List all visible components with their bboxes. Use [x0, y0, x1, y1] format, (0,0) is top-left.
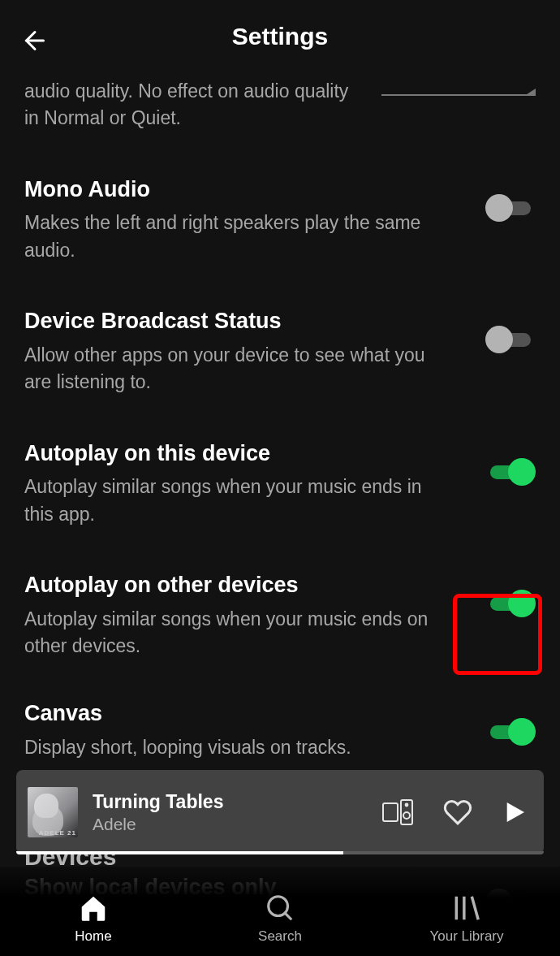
album-art: ADELE 21 — [28, 787, 78, 837]
back-button[interactable] — [16, 24, 49, 57]
setting-title: Autoplay on this device — [24, 440, 438, 468]
nav-library[interactable]: Your Library — [398, 893, 536, 945]
home-icon — [78, 893, 109, 924]
svg-point-4 — [403, 812, 410, 819]
svg-point-3 — [406, 804, 408, 807]
svg-line-10 — [472, 897, 478, 920]
setting-title: Canvas — [24, 700, 351, 728]
now-playing-bar[interactable]: ADELE 21 Turning Tables Adele — [16, 770, 544, 854]
page-title: Settings — [232, 23, 328, 50]
setting-row-autoplay-other: Autoplay on other devices Autoplay simil… — [24, 572, 536, 660]
setting-title: Device Broadcast Status — [24, 308, 438, 335]
now-playing-title: Turning Tables — [93, 791, 381, 813]
setting-row-canvas: Canvas Display short, looping visuals on… — [24, 700, 536, 761]
setting-desc: Makes the left and right speakers play t… — [24, 210, 438, 264]
heart-icon[interactable] — [442, 798, 474, 827]
nav-label: Home — [75, 928, 111, 945]
setting-row-autoplay-this: Autoplay on this device Autoplay similar… — [24, 440, 536, 528]
playback-progress[interactable] — [16, 851, 544, 854]
library-icon — [451, 893, 482, 924]
setting-desc: Autoplay similar songs when your music e… — [24, 606, 438, 660]
arrow-left-icon — [18, 26, 47, 55]
toggle-autoplay-this[interactable] — [485, 458, 536, 486]
bottom-nav: Home Search Your Library — [0, 867, 560, 956]
search-icon — [265, 893, 295, 924]
nav-label: Your Library — [429, 928, 503, 945]
setting-row-mono-audio: Mono Audio Makes the left and right spea… — [24, 176, 536, 264]
setting-desc: Autoplay similar songs when your music e… — [24, 474, 438, 528]
svg-rect-1 — [383, 803, 398, 821]
toggle-autoplay-other[interactable] — [485, 590, 536, 617]
setting-desc: Display short, looping visuals on tracks… — [24, 734, 351, 761]
toggle-broadcast[interactable] — [485, 326, 536, 353]
nav-search[interactable]: Search — [211, 893, 349, 945]
nav-label: Search — [258, 928, 302, 945]
toggle-mono-audio[interactable] — [485, 194, 536, 222]
now-playing-artist: Adele — [93, 815, 381, 834]
svg-point-6 — [269, 897, 288, 916]
setting-row-broadcast: Device Broadcast Status Allow other apps… — [24, 308, 536, 396]
play-icon[interactable] — [502, 798, 528, 827]
setting-title: Mono Audio — [24, 176, 438, 204]
nav-home[interactable]: Home — [24, 893, 162, 945]
devices-icon[interactable] — [381, 798, 414, 826]
setting-title: Autoplay on other devices — [24, 572, 438, 599]
svg-marker-5 — [507, 802, 524, 822]
svg-line-7 — [285, 913, 291, 919]
toggle-canvas[interactable] — [485, 718, 536, 746]
setting-desc-truncated: audio quality. No effect on audio qualit… — [24, 78, 365, 132]
setting-desc: Allow other apps on your device to see w… — [24, 342, 438, 396]
